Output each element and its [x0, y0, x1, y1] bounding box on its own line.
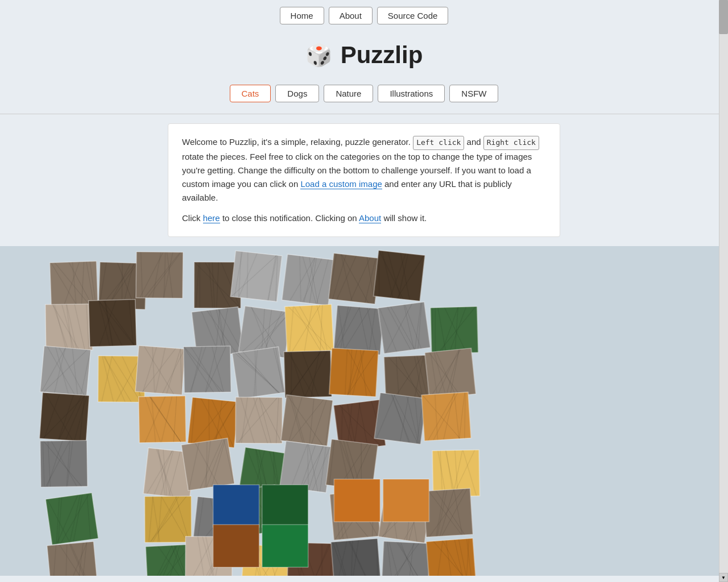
divider — [0, 114, 728, 114]
left-click-kbd: Left click — [413, 136, 464, 150]
app-title: Puzzlip — [341, 41, 423, 69]
nav-home-button[interactable]: Home — [280, 7, 324, 24]
nav-source-code-button[interactable]: Source Code — [377, 7, 449, 24]
puzzle-area[interactable] — [0, 246, 728, 576]
category-cats-button[interactable]: Cats — [230, 85, 271, 102]
here-link[interactable]: here — [203, 213, 220, 223]
about-link-in-notification[interactable]: About — [359, 213, 381, 223]
navbar: Home About Source Code — [0, 0, 728, 31]
scrollbar-thumb[interactable] — [719, 0, 728, 34]
nav-about-button[interactable]: About — [329, 7, 373, 24]
category-nature-button[interactable]: Nature — [324, 85, 373, 102]
scrollbar-track: ▲ ▼ — [719, 0, 728, 582]
load-custom-image-link[interactable]: Load a custom image — [300, 179, 382, 189]
notification-text-1: Welcome to Puzzlip, it's a simple, relax… — [182, 135, 546, 205]
logo-icon: 🎲 — [305, 41, 333, 69]
logo-area: 🎲 Puzzlip — [0, 31, 728, 80]
notification-text-2: Click here to close this notification. C… — [182, 211, 546, 225]
notification-box: Welcome to Puzzlip, it's a simple, relax… — [168, 123, 560, 237]
category-nsfw-button[interactable]: NSFW — [449, 85, 498, 102]
category-illustrations-button[interactable]: Illustrations — [378, 85, 445, 102]
puzzle-canvas[interactable] — [0, 246, 728, 576]
category-dogs-button[interactable]: Dogs — [275, 85, 319, 102]
category-tabs: Cats Dogs Nature Illustrations NSFW — [0, 80, 728, 111]
scrollbar-down-arrow[interactable]: ▼ — [719, 573, 728, 582]
right-click-kbd: Right click — [483, 136, 539, 150]
